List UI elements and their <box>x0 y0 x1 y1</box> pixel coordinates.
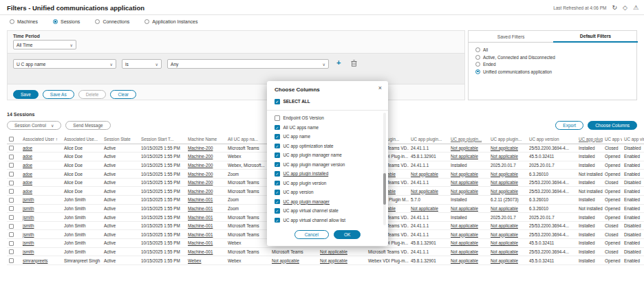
save-as-button[interactable]: Save As <box>43 90 74 99</box>
refresh-icon[interactable]: ↻ <box>612 5 617 11</box>
column-option[interactable]: Endpoint OS Version <box>275 113 378 123</box>
tab-saved-filters[interactable]: Saved Filters <box>469 31 553 43</box>
cell-user[interactable]: simranpreets <box>21 256 62 265</box>
alerts-icon[interactable]: ⚠ <box>633 5 638 11</box>
cell-opt_state[interactable]: Not applicable <box>318 256 366 265</box>
cell-machine[interactable]: Machine-001 <box>186 213 226 222</box>
cell-user[interactable]: adoe <box>21 161 62 170</box>
cell-plugin_installed[interactable]: Not applicable <box>449 187 489 196</box>
row-checkbox[interactable] <box>9 224 14 229</box>
cell-plugin_installed[interactable]: Not applicable <box>449 178 489 187</box>
filter-value-select[interactable]: Any ∨ <box>167 59 329 69</box>
view-option-connections[interactable]: Connections <box>95 19 129 24</box>
unchecked-checkbox[interactable] <box>275 115 280 121</box>
row-checkbox[interactable] <box>9 206 14 211</box>
column-option[interactable]: ✓UC app version <box>275 188 378 197</box>
cell-plugin_installed[interactable]: Not applicable <box>449 204 489 213</box>
column-header-state[interactable]: Session State <box>102 135 139 144</box>
cell-machine[interactable]: Machine-200 <box>186 161 226 170</box>
default-filter-option[interactable]: Ended <box>475 62 555 67</box>
cell-plugin_version[interactable]: Not applicable <box>489 170 527 179</box>
cell-plugin_installed[interactable]: Not applicable <box>449 152 489 161</box>
cell-user[interactable]: adoe <box>21 170 62 179</box>
default-filter-option[interactable]: All <box>475 47 555 52</box>
checked-checkbox[interactable]: ✓ <box>275 208 280 214</box>
cell-user[interactable]: adoe <box>21 144 62 152</box>
cell-machine[interactable]: Machine-200 <box>186 187 226 196</box>
cell-plugin_version[interactable]: Not applicable <box>489 221 527 230</box>
column-header-app_version[interactable]: UC app version <box>527 135 577 144</box>
checked-checkbox[interactable]: ✓ <box>275 199 280 205</box>
filter-field-select[interactable]: U C app name ∨ <box>13 59 116 69</box>
export-button[interactable]: Export <box>555 121 583 130</box>
row-checkbox[interactable] <box>9 181 14 185</box>
row-checkbox[interactable] <box>9 232 14 237</box>
time-period-select[interactable]: All Time ∨ <box>13 40 76 49</box>
view-option-sessions[interactable]: Sessions <box>53 19 80 24</box>
cell-user[interactable]: adoe <box>21 187 62 196</box>
cell-user[interactable]: jsmith <box>21 247 62 256</box>
checked-checkbox[interactable]: ✓ <box>275 134 280 139</box>
column-header-allow_list[interactable]: UC app virtua... <box>622 135 644 144</box>
column-option[interactable]: ✓UC app plugin manager name <box>275 150 378 160</box>
cell-app_name[interactable]: Not applicable <box>270 256 318 265</box>
row-checkbox[interactable] <box>9 198 14 203</box>
column-option[interactable]: ✓UC app virtual channel allow list <box>275 216 378 225</box>
cell-machine[interactable]: Machine-200 <box>186 144 226 152</box>
cell-user[interactable]: adoe <box>21 152 62 161</box>
checked-checkbox[interactable]: ✓ <box>275 99 280 104</box>
column-option[interactable]: ✓UC app plugin installed <box>275 169 378 179</box>
cell-machine[interactable]: Machine-200 <box>186 152 226 161</box>
cell-user[interactable]: jsmith <box>21 196 62 205</box>
cell-machine[interactable]: Machine-001 <box>186 221 226 230</box>
choose-columns-button[interactable]: Choose Columns <box>588 121 637 130</box>
cell-plugin_version[interactable]: Not applicable <box>489 256 527 265</box>
column-option[interactable]: ✓UC app plugin manager <box>275 197 378 207</box>
column-option[interactable]: ✓UC app virtual channel state <box>275 206 378 216</box>
column-header-fullname[interactable]: Associated Use... <box>62 135 102 144</box>
cell-machine[interactable]: Machine-001 <box>186 204 226 213</box>
cell-opt_state[interactable]: Not applicable <box>318 247 366 256</box>
cell-machine[interactable]: Machine-001 <box>186 230 226 239</box>
cell-plugin_installed[interactable]: Not applicable <box>449 221 489 230</box>
cancel-button[interactable]: Cancel <box>294 230 329 239</box>
close-icon[interactable]: × <box>378 84 382 91</box>
delete-button[interactable]: Delete <box>78 90 107 99</box>
column-header-apps[interactable]: All UC app na... <box>226 135 270 144</box>
cell-mgr_version[interactable]: Not applicable <box>409 170 449 179</box>
column-option[interactable]: ✓All UC apps name <box>275 123 378 133</box>
default-filter-option[interactable]: Unified communications application <box>475 69 555 74</box>
cell-plugin_version[interactable]: Not applicable <box>489 247 527 256</box>
checked-checkbox[interactable]: ✓ <box>275 152 280 158</box>
cell-machine[interactable]: Machine-200 <box>186 170 226 179</box>
export-icon[interactable]: ◇ <box>623 5 627 11</box>
cell-machine[interactable]: Machine-001 <box>186 239 226 248</box>
checked-checkbox[interactable]: ✓ <box>275 218 280 223</box>
column-header-user[interactable]: Associated User ↑ <box>21 135 62 144</box>
delete-condition-icon[interactable] <box>351 60 357 67</box>
column-option[interactable]: ✓UC app optimization state <box>275 142 378 151</box>
checked-checkbox[interactable]: ✓ <box>275 190 280 195</box>
row-checkbox[interactable] <box>9 249 14 254</box>
row-checkbox[interactable] <box>9 189 14 194</box>
row-checkbox[interactable] <box>9 146 14 150</box>
column-header-plugin_installed[interactable]: UC app plugin... <box>449 135 489 144</box>
header-checkbox[interactable] <box>9 137 14 142</box>
cell-user[interactable]: adoe <box>21 178 62 187</box>
cell-machine[interactable]: Machine-001 <box>186 196 226 205</box>
checked-checkbox[interactable]: ✓ <box>275 162 280 168</box>
cell-machine[interactable]: Machine-001 <box>186 247 226 256</box>
view-option-application-instances[interactable]: Application Instances <box>144 19 197 24</box>
default-filter-option[interactable]: Active, Connected and Disconnected <box>475 55 555 60</box>
cell-plugin_installed[interactable]: Not applicable <box>449 170 489 179</box>
row-checkbox[interactable] <box>9 155 14 159</box>
column-option[interactable]: ✓UC app plugin version <box>275 179 378 188</box>
checked-checkbox[interactable]: ✓ <box>275 144 280 149</box>
cell-plugin_installed[interactable]: Not applicable <box>449 239 489 248</box>
cell-machine[interactable]: Webex <box>186 256 226 265</box>
cell-plugin_installed[interactable]: Not applicable <box>449 247 489 256</box>
cell-user[interactable]: jsmith <box>21 204 62 213</box>
view-option-machines[interactable]: Machines <box>10 19 38 24</box>
row-checkbox[interactable] <box>9 163 14 168</box>
checked-checkbox[interactable]: ✓ <box>275 181 280 186</box>
